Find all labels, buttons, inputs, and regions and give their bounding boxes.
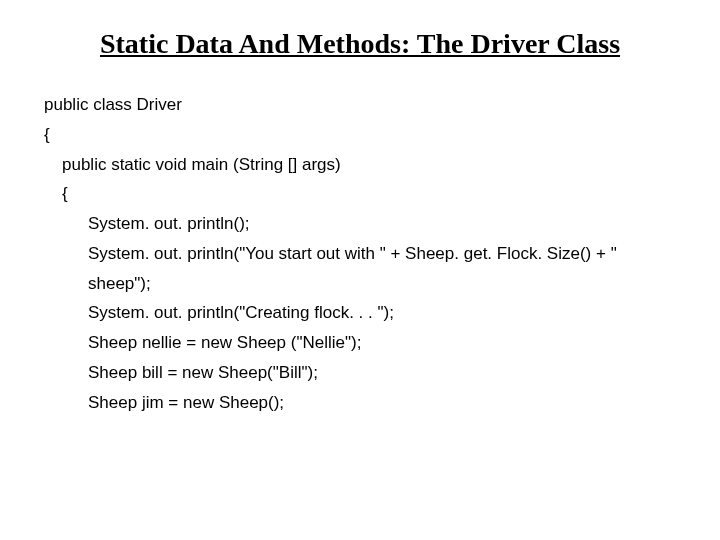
code-line: public class Driver [44, 90, 690, 120]
code-block: public class Driver { public static void… [0, 90, 720, 417]
code-line: Sheep nellie = new Sheep ("Nellie"); [44, 328, 690, 358]
code-line: sheep"); [44, 269, 690, 299]
code-line: System. out. println("You start out with… [44, 239, 690, 269]
code-line: Sheep bill = new Sheep("Bill"); [44, 358, 690, 388]
code-line: public static void main (String [] args) [44, 150, 690, 180]
code-line: { [44, 179, 690, 209]
code-line: { [44, 120, 690, 150]
code-line: Sheep jim = new Sheep(); [44, 388, 690, 418]
code-line: System. out. println("Creating flock. . … [44, 298, 690, 328]
slide: Static Data And Methods: The Driver Clas… [0, 28, 720, 540]
code-line: System. out. println(); [44, 209, 690, 239]
slide-title: Static Data And Methods: The Driver Clas… [0, 28, 720, 60]
